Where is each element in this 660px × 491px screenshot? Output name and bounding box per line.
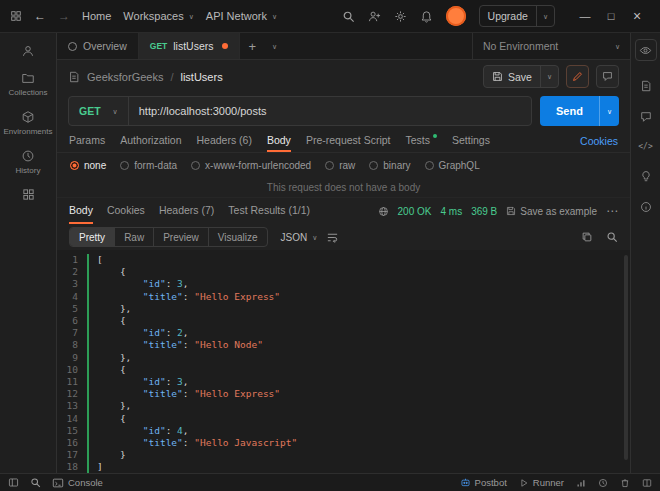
save-as-example-button[interactable]: Save as example bbox=[506, 206, 597, 217]
pencil-icon bbox=[572, 71, 583, 82]
settings-gear-icon[interactable] bbox=[394, 10, 407, 23]
response-time[interactable]: 4 ms bbox=[440, 206, 462, 217]
line-number: 16 bbox=[57, 437, 87, 449]
tab-listusers[interactable]: GET listUsers bbox=[139, 33, 240, 59]
eye-icon bbox=[639, 44, 652, 57]
minimize-button[interactable]: — bbox=[572, 10, 598, 22]
nav-api-network[interactable]: API Network∨ bbox=[206, 10, 277, 22]
response-body-editor[interactable]: 1[2 {3 "id": 3,4 "title": "Hello Express… bbox=[57, 250, 630, 473]
auto-select-agent-button[interactable] bbox=[576, 478, 586, 488]
tab-tests[interactable]: Tests bbox=[406, 129, 438, 152]
tab-params[interactable]: Params bbox=[69, 129, 105, 152]
cookies-jar-button[interactable] bbox=[598, 478, 608, 488]
nav-home[interactable]: Home bbox=[82, 10, 111, 22]
sidebar-item-account[interactable] bbox=[21, 44, 35, 58]
response-size[interactable]: 369 B bbox=[471, 206, 497, 217]
postbot-button[interactable]: Postbot bbox=[460, 477, 507, 488]
breadcrumb-collection[interactable]: GeeksforGeeks bbox=[87, 71, 163, 83]
view-preview[interactable]: Preview bbox=[154, 228, 209, 246]
tab-settings[interactable]: Settings bbox=[452, 129, 490, 152]
new-tab-button[interactable]: + bbox=[240, 33, 266, 59]
toggle-sidebar-button[interactable] bbox=[8, 477, 19, 488]
signal-bars-icon bbox=[576, 478, 586, 488]
view-visualize[interactable]: Visualize bbox=[209, 228, 267, 246]
more-options-icon[interactable]: ⋯ bbox=[606, 204, 618, 218]
body-type-binary[interactable]: binary bbox=[369, 160, 410, 171]
related-requests-button[interactable] bbox=[640, 170, 652, 182]
wrap-text-icon[interactable] bbox=[326, 231, 339, 244]
sidebar-item-history[interactable]: History bbox=[16, 149, 41, 175]
code-line: 4 "title": "Hello Express" bbox=[57, 291, 630, 303]
method-selector[interactable]: GET ∨ bbox=[69, 97, 129, 125]
tab-headers[interactable]: Headers (6) bbox=[196, 129, 251, 152]
status-badge[interactable]: 200 OK bbox=[398, 206, 432, 217]
unsaved-dot-icon bbox=[222, 43, 228, 49]
tab-authorization[interactable]: Authorization bbox=[120, 129, 181, 152]
find-replace-button[interactable] bbox=[30, 477, 41, 488]
tab-pre-request-script[interactable]: Pre-request Script bbox=[306, 129, 391, 152]
info-button[interactable] bbox=[640, 201, 652, 213]
user-avatar[interactable] bbox=[446, 6, 466, 26]
sidebar-item-environments[interactable]: Environments bbox=[4, 110, 53, 136]
sidebar-item-more[interactable] bbox=[22, 188, 35, 201]
code-text: { bbox=[87, 266, 630, 278]
close-button[interactable]: × bbox=[624, 8, 650, 24]
breadcrumb-separator: / bbox=[170, 71, 173, 83]
body-type-none[interactable]: none bbox=[70, 160, 106, 171]
search-icon[interactable] bbox=[342, 10, 355, 23]
body-type-urlencoded[interactable]: x-www-form-urlencoded bbox=[191, 160, 311, 171]
breadcrumb-request[interactable]: listUsers bbox=[180, 71, 222, 83]
console-button[interactable]: Console bbox=[52, 477, 103, 489]
code-snippet-button[interactable]: </> bbox=[638, 142, 652, 151]
save-button[interactable]: Save ∨ bbox=[483, 65, 559, 88]
view-pretty[interactable]: Pretty bbox=[70, 228, 115, 246]
body-type-form-data[interactable]: form-data bbox=[120, 160, 177, 171]
network-globe-icon[interactable] bbox=[378, 206, 389, 217]
back-icon[interactable]: ← bbox=[34, 9, 46, 23]
response-tab-test-results[interactable]: Test Results (1/1) bbox=[228, 198, 310, 224]
tab-options-chevron[interactable]: ∨ bbox=[265, 33, 284, 59]
save-options-chevron[interactable]: ∨ bbox=[540, 66, 558, 87]
response-tab-headers[interactable]: Headers (7) bbox=[159, 198, 214, 224]
documentation-button[interactable] bbox=[640, 80, 652, 92]
line-number: 13 bbox=[57, 400, 87, 412]
response-tab-body[interactable]: Body bbox=[69, 198, 93, 224]
send-button[interactable]: Send bbox=[540, 96, 599, 126]
line-number: 14 bbox=[57, 413, 87, 425]
edit-button[interactable] bbox=[566, 65, 589, 88]
environment-selector[interactable]: No Environment ∨ bbox=[472, 33, 630, 59]
body-type-graphql[interactable]: GraphQL bbox=[425, 160, 480, 171]
tab-overview[interactable]: Overview bbox=[57, 33, 139, 59]
tab-body[interactable]: Body bbox=[267, 129, 291, 152]
view-raw[interactable]: Raw bbox=[115, 228, 154, 246]
comments-button[interactable] bbox=[596, 65, 619, 88]
copy-icon[interactable] bbox=[581, 231, 593, 243]
runner-button[interactable]: Runner bbox=[519, 477, 564, 488]
comments-panel-button[interactable] bbox=[640, 111, 652, 123]
trash-button[interactable] bbox=[620, 478, 630, 488]
send-options-chevron[interactable]: ∨ bbox=[599, 96, 619, 126]
forward-icon[interactable]: → bbox=[58, 9, 70, 23]
line-number: 4 bbox=[57, 291, 87, 303]
upgrade-button[interactable]: Upgrade ∨ bbox=[479, 5, 555, 27]
editor-scrollbar[interactable] bbox=[624, 255, 628, 460]
environment-quick-look-button[interactable] bbox=[635, 39, 657, 61]
search-response-icon[interactable] bbox=[606, 231, 618, 243]
response-header: Body Cookies Headers (7) Test Results (1… bbox=[57, 198, 630, 224]
notifications-bell-icon[interactable] bbox=[420, 10, 433, 23]
body-type-raw[interactable]: raw bbox=[325, 160, 355, 171]
split-pane-button[interactable] bbox=[642, 478, 652, 488]
response-tab-cookies[interactable]: Cookies bbox=[107, 198, 145, 224]
radio-icon bbox=[425, 161, 434, 170]
sidebar-item-collections[interactable]: Collections bbox=[8, 71, 47, 97]
maximize-button[interactable]: □ bbox=[598, 10, 624, 22]
language-selector[interactable]: JSON ∨ bbox=[281, 232, 318, 243]
send-button-group: Send ∨ bbox=[540, 96, 619, 126]
cookies-link[interactable]: Cookies bbox=[580, 129, 618, 152]
upgrade-chevron[interactable]: ∨ bbox=[536, 6, 554, 26]
nav-workspaces[interactable]: Workspaces∨ bbox=[123, 10, 193, 22]
url-input[interactable]: http://localhost:3000/posts bbox=[129, 105, 277, 117]
code-line: 1[ bbox=[57, 254, 630, 266]
app-grid-icon[interactable] bbox=[10, 10, 22, 22]
invite-user-icon[interactable] bbox=[368, 10, 381, 23]
